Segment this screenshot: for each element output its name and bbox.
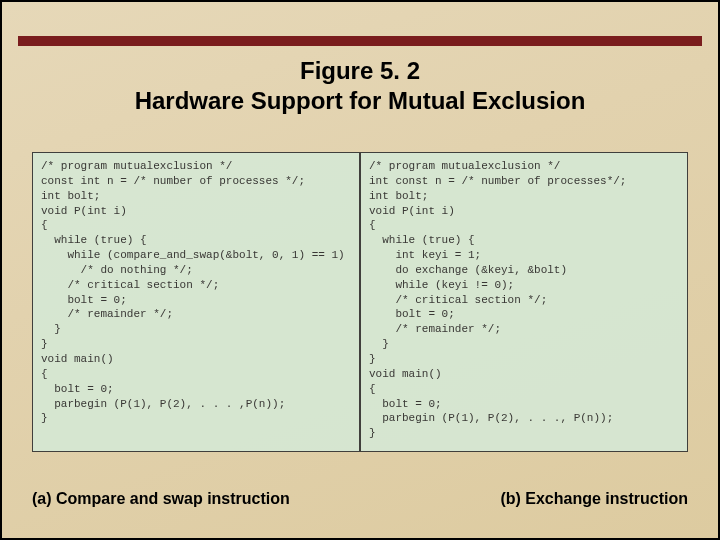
figure-subtitle: Hardware Support for Mutual Exclusion [2,86,718,116]
code-panels: /* program mutualexclusion */ const int … [32,152,688,452]
slide-container: Figure 5. 2 Hardware Support for Mutual … [0,0,720,540]
caption-b: (b) Exchange instruction [500,490,688,508]
caption-a: (a) Compare and swap instruction [32,490,290,508]
caption-row: (a) Compare and swap instruction (b) Exc… [32,490,688,508]
figure-number: Figure 5. 2 [2,56,718,86]
accent-bar [18,36,702,46]
code-panel-a: /* program mutualexclusion */ const int … [32,152,360,452]
code-panel-b: /* program mutualexclusion */ int const … [360,152,688,452]
figure-title: Figure 5. 2 Hardware Support for Mutual … [2,56,718,116]
